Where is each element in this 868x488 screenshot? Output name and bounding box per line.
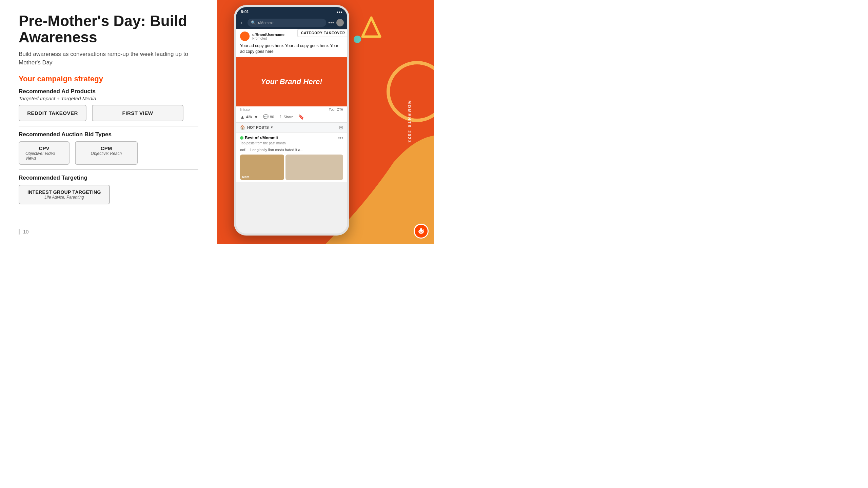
cpv-button[interactable]: CPV Objective: Video Views <box>19 141 70 165</box>
svg-point-7 <box>423 230 424 231</box>
page-subtitle: Build awareness as conversations ramp-up… <box>19 50 198 67</box>
cpv-title: CPV <box>39 145 50 151</box>
auction-buttons: CPV Objective: Video Views CPM Objective… <box>19 141 198 165</box>
hot-posts-label: HOT POSTS <box>247 125 269 129</box>
interest-group-title: INTEREST GROUP TARGETING <box>27 189 101 195</box>
share-section[interactable]: ⇧ Share <box>279 115 293 119</box>
post-username: u/BrandUsername <box>252 33 284 37</box>
vote-section[interactable]: ▲ 42k ▼ <box>240 114 258 120</box>
share-icon: ⇧ <box>279 115 282 119</box>
nav-back-icon[interactable]: ← <box>239 19 245 26</box>
comment-count: 80 <box>270 115 274 119</box>
nav-avatar[interactable] <box>336 19 344 26</box>
ad-products-sublabel: Targeted Impact + Targeted Media <box>19 96 198 101</box>
post-link: link.com <box>240 108 253 111</box>
post-actions: ▲ 42k ▼ 💬 80 ⇧ Share 🔖 <box>236 113 347 122</box>
search-icon: 🔍 <box>251 20 256 25</box>
reddit-icon <box>414 224 429 239</box>
best-of-title-text: Best of r/Mommit <box>245 136 278 140</box>
right-area: MOMENTS 2023 6:01 <box>217 0 434 244</box>
svg-marker-0 <box>362 18 380 37</box>
thumb-label: Mom <box>242 175 249 179</box>
status-time: 6:01 <box>241 9 249 14</box>
moments-label: MOMENTS 2023 <box>407 100 411 143</box>
interest-group-button[interactable]: INTEREST GROUP TARGETING Life Advice, Pa… <box>19 185 110 204</box>
post-cta[interactable]: Your CTA <box>329 108 343 111</box>
page-title: Pre-Mother's Day: Build Awareness <box>19 13 198 46</box>
best-of-subtitle: Top posts from the past month <box>240 141 343 145</box>
preview-texts: oof. I originally lion costu hated it a.… <box>240 146 343 153</box>
share-label: Share <box>283 115 293 119</box>
hot-posts-chevron-icon[interactable]: ▾ <box>271 125 273 129</box>
first-view-button[interactable]: FIRST VIEW <box>92 105 183 121</box>
phone-reddit-nav: ← 🔍 r/Mommit ••• <box>236 17 347 29</box>
post-thumbnails-row: Mom <box>240 155 343 180</box>
auction-label: Recommended Auction Bid Types <box>19 131 198 138</box>
preview-text-2: I originally lion costu hated it a... <box>250 146 303 153</box>
post-thumbnail-2 <box>285 155 343 180</box>
reddit-search-bar[interactable]: 🔍 r/Mommit <box>248 19 326 27</box>
targeting-buttons: INTEREST GROUP TARGETING Life Advice, Pa… <box>19 185 198 204</box>
phone-mockup: 6:01 ●●● ← 🔍 r/Mommit ••• CATEGORY TAKEO… <box>234 5 349 236</box>
post-body-text: Your ad copy goes here. Your ad copy goe… <box>236 42 347 57</box>
deco-arrow-up-icon <box>361 16 381 42</box>
comments-section[interactable]: 💬 80 <box>263 114 274 119</box>
phone-status-bar: 6:01 ●●● <box>236 7 347 17</box>
comment-icon: 💬 <box>263 114 269 119</box>
hot-posts-left: 🏠 HOT POSTS ▾ <box>240 125 273 130</box>
save-icon[interactable]: 🔖 <box>298 114 304 120</box>
campaign-strategy-heading: Your campaign strategy <box>19 75 198 83</box>
targeting-label: Recommended Targeting <box>19 175 198 181</box>
cpm-button[interactable]: CPM Objective: Reach <box>75 141 138 165</box>
cpm-sub: Objective: Reach <box>91 151 122 156</box>
divider-2 <box>19 169 198 170</box>
post-meta: u/BrandUsername Promoted <box>252 33 284 40</box>
downvote-arrow-icon[interactable]: ▼ <box>254 114 258 120</box>
best-of-title: Best of r/Mommit <box>240 136 278 140</box>
svg-point-9 <box>422 231 422 231</box>
svg-point-6 <box>420 228 422 230</box>
ad-product-buttons: REDDIT TAKEOVER FIRST VIEW <box>19 105 198 121</box>
hot-posts-bar: 🏠 HOT POSTS ▾ ⊞ <box>236 122 347 132</box>
svg-point-8 <box>420 231 420 231</box>
page-wrapper: Pre-Mother's Day: Build Awareness Build … <box>0 0 434 244</box>
green-dot-icon <box>240 136 243 140</box>
interest-group-sub: Life Advice, Parenting <box>44 195 84 200</box>
nav-dots-icon[interactable]: ••• <box>328 20 334 25</box>
search-text: r/Mommit <box>258 21 274 25</box>
vote-count: 42k <box>246 115 252 119</box>
reddit-takeover-button[interactable]: REDDIT TAKEOVER <box>19 105 86 121</box>
brand-avatar <box>240 32 250 41</box>
ad-products-label: Recommended Ad Products <box>19 88 198 95</box>
cpm-title: CPM <box>101 145 112 151</box>
brand-here-text: Your Brand Here! <box>261 77 322 86</box>
layout-icon[interactable]: ⊞ <box>339 125 343 130</box>
post-image-banner: Your Brand Here! <box>236 57 347 106</box>
divider-1 <box>19 126 198 126</box>
page-number: 10 <box>19 229 29 235</box>
more-options-icon[interactable]: ••• <box>338 135 343 141</box>
best-of-section: Best of r/Mommit ••• Top posts from the … <box>236 132 347 182</box>
post-card: u/BrandUsername Promoted Your ad copy go… <box>236 29 347 122</box>
post-promoted: Promoted <box>252 37 284 40</box>
post-link-row: link.com Your CTA <box>236 106 347 113</box>
left-content: Pre-Mother's Day: Build Awareness Build … <box>0 0 217 244</box>
home-icon: 🏠 <box>240 125 245 130</box>
post-thumbnail-1: Mom <box>240 155 284 180</box>
category-takeover-badge: CATEGORY TAKEOVER <box>297 29 349 37</box>
preview-text-1: oof. <box>240 146 246 153</box>
cpv-sub: Objective: Video Views <box>25 151 63 161</box>
upvote-arrow-icon[interactable]: ▲ <box>240 114 245 120</box>
deco-circle-teal <box>354 36 361 43</box>
best-of-title-row: Best of r/Mommit ••• <box>240 135 343 141</box>
